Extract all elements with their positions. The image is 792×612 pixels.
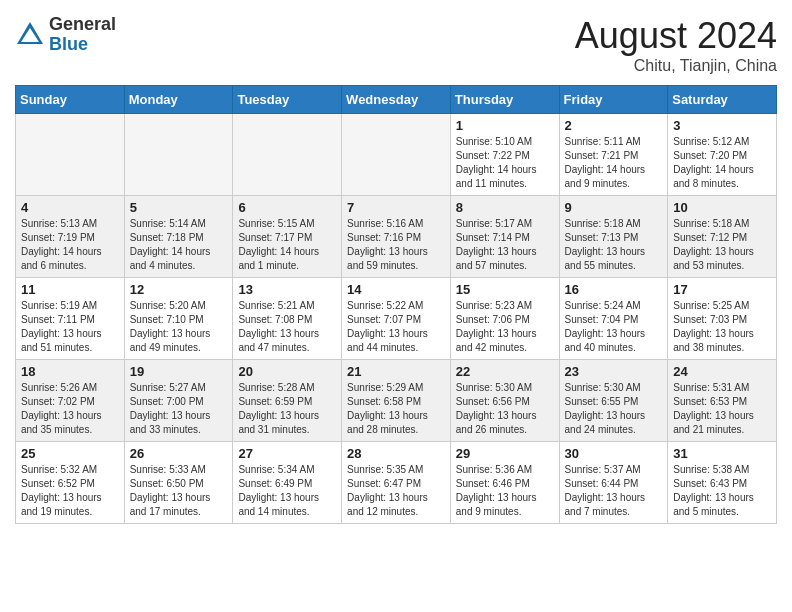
calendar-week-row: 4Sunrise: 5:13 AM Sunset: 7:19 PM Daylig… [16,196,777,278]
day-info: Sunrise: 5:28 AM Sunset: 6:59 PM Dayligh… [238,381,336,437]
logo: General Blue [15,15,116,55]
table-row: 5Sunrise: 5:14 AM Sunset: 7:18 PM Daylig… [124,196,233,278]
table-row: 12Sunrise: 5:20 AM Sunset: 7:10 PM Dayli… [124,278,233,360]
day-info: Sunrise: 5:30 AM Sunset: 6:55 PM Dayligh… [565,381,663,437]
day-info: Sunrise: 5:36 AM Sunset: 6:46 PM Dayligh… [456,463,554,519]
day-number: 4 [21,200,119,215]
day-number: 13 [238,282,336,297]
day-info: Sunrise: 5:12 AM Sunset: 7:20 PM Dayligh… [673,135,771,191]
header-thursday: Thursday [450,86,559,114]
page-header: General Blue August 2024 Chitu, Tianjin,… [15,15,777,75]
day-number: 16 [565,282,663,297]
day-number: 22 [456,364,554,379]
table-row [233,114,342,196]
logo-general-text: General [49,15,116,35]
location-title: Chitu, Tianjin, China [575,57,777,75]
day-number: 17 [673,282,771,297]
day-number: 23 [565,364,663,379]
table-row: 22Sunrise: 5:30 AM Sunset: 6:56 PM Dayli… [450,360,559,442]
day-number: 8 [456,200,554,215]
table-row: 26Sunrise: 5:33 AM Sunset: 6:50 PM Dayli… [124,442,233,524]
day-info: Sunrise: 5:22 AM Sunset: 7:07 PM Dayligh… [347,299,445,355]
day-number: 11 [21,282,119,297]
day-info: Sunrise: 5:11 AM Sunset: 7:21 PM Dayligh… [565,135,663,191]
table-row: 25Sunrise: 5:32 AM Sunset: 6:52 PM Dayli… [16,442,125,524]
day-info: Sunrise: 5:27 AM Sunset: 7:00 PM Dayligh… [130,381,228,437]
day-info: Sunrise: 5:33 AM Sunset: 6:50 PM Dayligh… [130,463,228,519]
day-number: 30 [565,446,663,461]
table-row: 3Sunrise: 5:12 AM Sunset: 7:20 PM Daylig… [668,114,777,196]
day-info: Sunrise: 5:25 AM Sunset: 7:03 PM Dayligh… [673,299,771,355]
table-row: 15Sunrise: 5:23 AM Sunset: 7:06 PM Dayli… [450,278,559,360]
day-number: 31 [673,446,771,461]
day-number: 20 [238,364,336,379]
day-info: Sunrise: 5:21 AM Sunset: 7:08 PM Dayligh… [238,299,336,355]
table-row: 27Sunrise: 5:34 AM Sunset: 6:49 PM Dayli… [233,442,342,524]
day-info: Sunrise: 5:38 AM Sunset: 6:43 PM Dayligh… [673,463,771,519]
table-row: 20Sunrise: 5:28 AM Sunset: 6:59 PM Dayli… [233,360,342,442]
day-info: Sunrise: 5:13 AM Sunset: 7:19 PM Dayligh… [21,217,119,273]
table-row [16,114,125,196]
day-number: 28 [347,446,445,461]
day-info: Sunrise: 5:37 AM Sunset: 6:44 PM Dayligh… [565,463,663,519]
day-info: Sunrise: 5:17 AM Sunset: 7:14 PM Dayligh… [456,217,554,273]
calendar-week-row: 11Sunrise: 5:19 AM Sunset: 7:11 PM Dayli… [16,278,777,360]
header-monday: Monday [124,86,233,114]
header-friday: Friday [559,86,668,114]
table-row: 4Sunrise: 5:13 AM Sunset: 7:19 PM Daylig… [16,196,125,278]
table-row: 2Sunrise: 5:11 AM Sunset: 7:21 PM Daylig… [559,114,668,196]
header-wednesday: Wednesday [342,86,451,114]
day-number: 24 [673,364,771,379]
day-number: 12 [130,282,228,297]
day-info: Sunrise: 5:18 AM Sunset: 7:13 PM Dayligh… [565,217,663,273]
day-info: Sunrise: 5:18 AM Sunset: 7:12 PM Dayligh… [673,217,771,273]
table-row: 1Sunrise: 5:10 AM Sunset: 7:22 PM Daylig… [450,114,559,196]
day-info: Sunrise: 5:19 AM Sunset: 7:11 PM Dayligh… [21,299,119,355]
table-row: 30Sunrise: 5:37 AM Sunset: 6:44 PM Dayli… [559,442,668,524]
day-number: 6 [238,200,336,215]
table-row: 8Sunrise: 5:17 AM Sunset: 7:14 PM Daylig… [450,196,559,278]
header-saturday: Saturday [668,86,777,114]
day-info: Sunrise: 5:10 AM Sunset: 7:22 PM Dayligh… [456,135,554,191]
table-row: 29Sunrise: 5:36 AM Sunset: 6:46 PM Dayli… [450,442,559,524]
title-area: August 2024 Chitu, Tianjin, China [575,15,777,75]
table-row: 6Sunrise: 5:15 AM Sunset: 7:17 PM Daylig… [233,196,342,278]
table-row: 19Sunrise: 5:27 AM Sunset: 7:00 PM Dayli… [124,360,233,442]
day-info: Sunrise: 5:29 AM Sunset: 6:58 PM Dayligh… [347,381,445,437]
day-number: 21 [347,364,445,379]
day-number: 25 [21,446,119,461]
day-info: Sunrise: 5:23 AM Sunset: 7:06 PM Dayligh… [456,299,554,355]
day-info: Sunrise: 5:26 AM Sunset: 7:02 PM Dayligh… [21,381,119,437]
header-sunday: Sunday [16,86,125,114]
table-row: 17Sunrise: 5:25 AM Sunset: 7:03 PM Dayli… [668,278,777,360]
day-number: 5 [130,200,228,215]
table-row: 16Sunrise: 5:24 AM Sunset: 7:04 PM Dayli… [559,278,668,360]
table-row: 7Sunrise: 5:16 AM Sunset: 7:16 PM Daylig… [342,196,451,278]
table-row: 13Sunrise: 5:21 AM Sunset: 7:08 PM Dayli… [233,278,342,360]
calendar-week-row: 18Sunrise: 5:26 AM Sunset: 7:02 PM Dayli… [16,360,777,442]
header-tuesday: Tuesday [233,86,342,114]
logo-icon [15,20,45,50]
day-number: 19 [130,364,228,379]
calendar-week-row: 25Sunrise: 5:32 AM Sunset: 6:52 PM Dayli… [16,442,777,524]
day-info: Sunrise: 5:20 AM Sunset: 7:10 PM Dayligh… [130,299,228,355]
weekday-header-row: Sunday Monday Tuesday Wednesday Thursday… [16,86,777,114]
table-row [342,114,451,196]
logo-blue-text: Blue [49,35,116,55]
day-info: Sunrise: 5:14 AM Sunset: 7:18 PM Dayligh… [130,217,228,273]
table-row: 14Sunrise: 5:22 AM Sunset: 7:07 PM Dayli… [342,278,451,360]
day-info: Sunrise: 5:32 AM Sunset: 6:52 PM Dayligh… [21,463,119,519]
month-title: August 2024 [575,15,777,57]
day-number: 10 [673,200,771,215]
calendar-week-row: 1Sunrise: 5:10 AM Sunset: 7:22 PM Daylig… [16,114,777,196]
day-number: 27 [238,446,336,461]
calendar-table: Sunday Monday Tuesday Wednesday Thursday… [15,85,777,524]
table-row [124,114,233,196]
table-row: 31Sunrise: 5:38 AM Sunset: 6:43 PM Dayli… [668,442,777,524]
day-number: 15 [456,282,554,297]
table-row: 18Sunrise: 5:26 AM Sunset: 7:02 PM Dayli… [16,360,125,442]
day-number: 7 [347,200,445,215]
day-info: Sunrise: 5:16 AM Sunset: 7:16 PM Dayligh… [347,217,445,273]
day-number: 26 [130,446,228,461]
logo-text: General Blue [49,15,116,55]
